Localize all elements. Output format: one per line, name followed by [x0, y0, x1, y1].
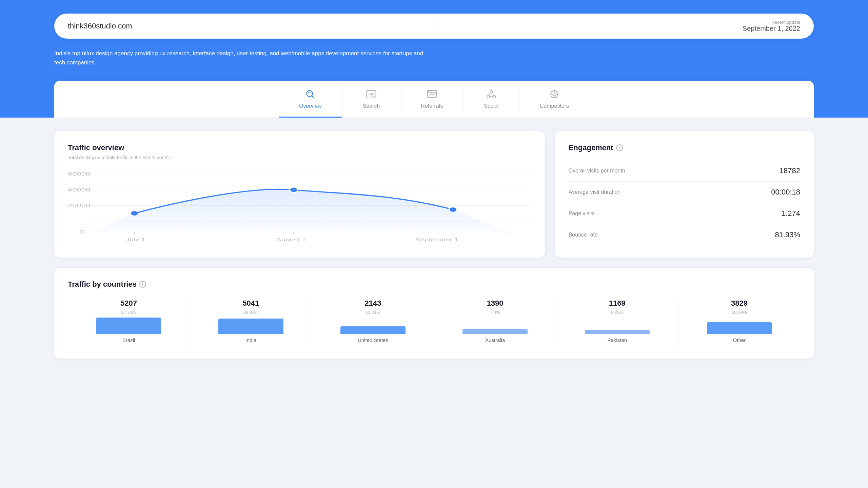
- svg-line-6: [374, 96, 375, 97]
- recent-update-label: Recent update: [743, 20, 800, 25]
- top-blue-section: think360studio.com Recent update Septemb…: [0, 0, 868, 118]
- chart-area-fill: [91, 189, 508, 232]
- svg-line-1: [312, 96, 314, 98]
- overview-icon: [304, 88, 316, 100]
- traffic-chart: 60000 40000 20000 0 July 1 August 1 Sept…: [68, 170, 531, 245]
- country-visits: 1390: [487, 299, 504, 308]
- country-bar: [707, 322, 772, 334]
- country-bar-container: [441, 317, 549, 334]
- country-pct: 11.41%: [366, 310, 380, 315]
- recent-update: Recent update September 1, 2022: [743, 20, 800, 33]
- country-name: United States: [358, 337, 388, 343]
- tab-referrals[interactable]: Referrals: [400, 81, 463, 118]
- svg-text:20000: 20000: [68, 202, 90, 208]
- traffic-chart-svg: 60000 40000 20000 0 July 1 August 1 Sept…: [68, 170, 531, 245]
- country-col: 5207 27.73% Brazil: [68, 299, 190, 346]
- country-col: 5041 26.84% India: [190, 299, 312, 346]
- site-description: India's top ui/ux design agency providin…: [54, 49, 427, 67]
- engagement-value: 1.274: [782, 209, 800, 218]
- country-bar-container: [319, 317, 427, 334]
- country-col: 2143 11.41% United States: [312, 299, 434, 346]
- country-bar: [218, 319, 283, 334]
- tab-social[interactable]: Social: [463, 81, 519, 118]
- country-name: Pakistan: [608, 337, 627, 343]
- country-pct: 20.39%: [732, 310, 747, 315]
- countries-card: Traffic by countries i 5207 27.73% Brazi…: [54, 268, 814, 359]
- svg-line-14: [489, 93, 490, 96]
- country-bar-container: [563, 317, 671, 334]
- svg-text:July 1: July 1: [126, 237, 145, 242]
- tab-overview[interactable]: Overview: [279, 81, 342, 118]
- url-divider: [437, 20, 437, 32]
- country-pct: 7.4%: [490, 310, 500, 315]
- engagement-value: 00:00:18: [771, 188, 800, 197]
- country-col: 3829 20.39% Other: [678, 299, 800, 346]
- tab-search-label: Search: [363, 103, 380, 109]
- svg-text:August 1: August 1: [276, 237, 306, 242]
- traffic-overview-card: Traffic overview Total desktop & mobile …: [54, 131, 545, 258]
- competitors-icon: [548, 88, 560, 100]
- engagement-label: Average visit duration: [569, 189, 621, 195]
- svg-point-12: [487, 96, 489, 98]
- chart-point-3: [449, 207, 457, 212]
- country-bar: [340, 326, 406, 334]
- country-bar: [96, 318, 161, 334]
- engagement-label: Bounce rate: [569, 232, 598, 238]
- tab-competitors-label: Competitors: [540, 103, 569, 109]
- svg-point-11: [490, 91, 492, 93]
- tab-competitors[interactable]: Competitors: [519, 81, 589, 118]
- nav-tabs: Overview www Search: [279, 81, 589, 118]
- country-visits: 3829: [731, 299, 748, 308]
- chart-point-1: [131, 211, 138, 216]
- svg-text:40000: 40000: [68, 187, 90, 192]
- svg-line-15: [493, 93, 494, 96]
- svg-text:0: 0: [79, 229, 84, 235]
- country-bar-container: [75, 317, 183, 334]
- country-name: Brazil: [122, 337, 135, 343]
- social-icon: [485, 88, 497, 100]
- country-name: India: [245, 337, 256, 343]
- country-bar-container: [197, 317, 305, 334]
- engagement-rows: Overall visits per month 18782 Average v…: [569, 160, 800, 245]
- traffic-overview-title: Traffic overview: [68, 143, 531, 152]
- engagement-row: Overall visits per month 18782: [569, 160, 800, 182]
- nav-tabs-container: Overview www Search: [54, 81, 814, 118]
- country-visits: 5041: [242, 299, 259, 308]
- countries-info-icon[interactable]: i: [139, 281, 146, 288]
- country-bar: [585, 330, 650, 334]
- engagement-row: Average visit duration 00:00:18: [569, 182, 800, 203]
- svg-point-9: [428, 91, 429, 92]
- engagement-label: Overall visits per month: [569, 168, 625, 174]
- chart-point-2: [290, 187, 298, 192]
- country-pct: 26.84%: [243, 310, 258, 315]
- svg-point-13: [493, 96, 495, 98]
- country-bar: [462, 329, 528, 334]
- recent-update-date: September 1, 2022: [743, 25, 800, 32]
- tab-search[interactable]: www Search: [342, 81, 400, 118]
- engagement-row: Page visits 1.274: [569, 203, 800, 224]
- country-name: Other: [733, 337, 746, 343]
- svg-text:60000: 60000: [68, 171, 90, 177]
- svg-text:September 1: September 1: [415, 237, 458, 242]
- country-pct: 6.23%: [611, 310, 624, 315]
- tab-referrals-label: Referrals: [421, 103, 443, 109]
- engagement-title: Engagement i: [569, 143, 800, 152]
- referrals-icon: [426, 88, 438, 100]
- country-col: 1390 7.4% Australia: [434, 299, 556, 346]
- countries-title: Traffic by countries i: [68, 280, 800, 289]
- engagement-label: Page visits: [569, 210, 595, 217]
- country-visits: 5207: [120, 299, 137, 308]
- engagement-value: 18782: [780, 166, 800, 175]
- engagement-value: 81.93%: [775, 230, 800, 239]
- svg-point-18: [553, 93, 556, 96]
- country-bar-container: [685, 317, 793, 334]
- engagement-info-icon[interactable]: i: [616, 144, 623, 151]
- url-display: think360studio.com: [68, 22, 132, 30]
- engagement-card: Engagement i Overall visits per month 18…: [555, 131, 814, 258]
- country-name: Australia: [485, 337, 505, 343]
- traffic-overview-subtitle: Total desktop & mobile traffic in the la…: [68, 155, 531, 160]
- cards-row: Traffic overview Total desktop & mobile …: [54, 131, 814, 258]
- country-visits: 1169: [609, 299, 626, 308]
- country-pct: 27.73%: [121, 310, 136, 315]
- country-col: 1169 6.23% Pakistan: [556, 299, 678, 346]
